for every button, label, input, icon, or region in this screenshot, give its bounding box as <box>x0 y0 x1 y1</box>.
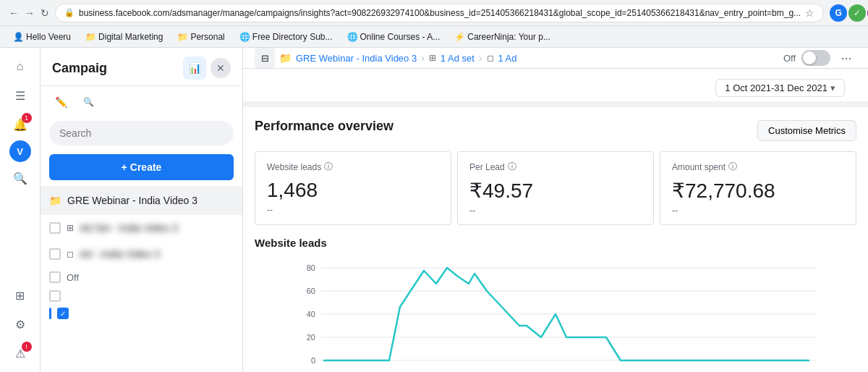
metric-amount-spent: Amount spent ⓘ ₹72,770.68 -- <box>660 151 856 225</box>
bookmark-label: Digital Marketing <box>98 32 163 42</box>
star-icon[interactable]: ☆ <box>805 7 814 19</box>
header-controls: Off ··· <box>783 48 856 68</box>
bookmark-label: Hello Veeru <box>26 32 71 42</box>
metric-per-lead: Per Lead ⓘ ₹49.57 -- <box>457 151 654 225</box>
ad-square-icon: ◻ <box>67 249 74 259</box>
settings-nav-btn[interactable]: ⚙ <box>7 311 33 337</box>
checked-checkbox[interactable] <box>57 308 69 319</box>
bookmark-personal[interactable]: 📁 Personal <box>173 30 229 43</box>
bookmark-label: CareerNinja: Your p... <box>467 32 550 42</box>
sidebar-tab-chart[interactable]: 📊 <box>183 56 206 80</box>
chevron-down-icon: ▾ <box>830 83 835 93</box>
toggle-thumb <box>803 51 816 64</box>
toggle-off-label: Off <box>783 53 796 64</box>
breadcrumb-sep-1: 📁 <box>279 52 292 64</box>
ad-label: Ad - India Video 3 <box>80 248 210 260</box>
chart-title: Website leads <box>255 237 856 249</box>
svg-text:60: 60 <box>307 287 315 295</box>
bookmark-hello-veeru[interactable]: 👤 Hello Veeru <box>9 30 75 43</box>
folder-icon: 📁 <box>177 32 188 42</box>
off-checkbox[interactable] <box>49 271 61 283</box>
create-button[interactable]: + Create <box>49 154 234 180</box>
sidebar-search-input[interactable] <box>49 121 234 145</box>
adset-grid-icon: ⊞ <box>67 223 74 233</box>
bookmark-careerninja[interactable]: ⚡ CareerNinja: Your p... <box>450 30 555 43</box>
breadcrumb-chevron-1: › <box>421 52 425 64</box>
adset-grid-icon: ⊞ <box>429 53 436 63</box>
sidebar-search-area <box>41 118 242 151</box>
sidebar-icon-tabs: ✏️ 🔍 <box>41 86 242 118</box>
search-icon: 🔍 <box>13 172 27 185</box>
metric-value-3: ₹72,770.68 <box>672 179 844 203</box>
user-avatar[interactable]: V <box>9 140 31 162</box>
url-text: business.facebook.com/adsmanager/manage/… <box>79 8 801 18</box>
home-nav-btn[interactable]: ⌂ <box>7 54 33 80</box>
svg-text:80: 80 <box>307 263 315 272</box>
adset-checkbox[interactable] <box>49 222 61 234</box>
forward-button[interactable]: → <box>25 4 35 22</box>
sidebar-title: Campaig <box>52 61 107 76</box>
blank-row-1 <box>41 287 242 305</box>
off-row: Off <box>41 267 242 287</box>
customize-metrics-button[interactable]: Customise Metrics <box>757 120 856 141</box>
chart-icon: 📊 <box>189 62 201 74</box>
campaigns-icon: ☰ <box>15 89 25 103</box>
chrome-ext-2: ✓ <box>848 4 866 22</box>
main-header: ⊟ 📁 GRE Webinar - India Video 3 › ⊞ 1 Ad… <box>243 48 868 69</box>
bookmark-online-courses[interactable]: 🌐 Online Courses - A... <box>343 30 445 43</box>
campaigns-nav-btn[interactable]: ☰ <box>7 83 33 109</box>
performance-section: Performance overview Customise Metrics W… <box>243 107 868 372</box>
sidebar-tab-search-sub[interactable]: 🔍 <box>77 90 100 114</box>
off-status-label: Off <box>67 272 79 283</box>
more-options-button[interactable]: ··· <box>836 48 856 68</box>
line-chart: 80 60 40 20 0 1 Oct 11 Oct 21 Oct 31 Oct… <box>255 261 856 372</box>
blank-checkbox-1[interactable] <box>49 290 61 302</box>
bookmark-label: Personal <box>190 32 224 42</box>
grid-view-btn[interactable]: ⊞ <box>7 282 33 308</box>
adset-label: Ad Set - India Video 3 <box>80 222 210 234</box>
metric-label-2: Per Lead ⓘ <box>469 161 642 173</box>
perf-title: Performance overview <box>255 119 393 134</box>
svg-text:20: 20 <box>307 333 315 342</box>
bookmark-digital-marketing[interactable]: 📁 Digital Marketing <box>81 30 167 43</box>
info-icon-3[interactable]: ⓘ <box>728 161 737 173</box>
lock-icon: 🔒 <box>64 8 75 17</box>
browser-chrome: ← → ↻ 🔒 business.facebook.com/adsmanager… <box>0 0 868 26</box>
metric-website-leads: Website leads ⓘ 1,468 -- <box>255 151 451 225</box>
ad-checkbox[interactable] <box>49 248 61 260</box>
bookmark-label: Free Directory Sub... <box>252 32 333 42</box>
adset-row[interactable]: ⊞ Ad Set - India Video 3 ··· <box>41 215 242 241</box>
create-label: Create <box>130 161 162 173</box>
back-button[interactable]: ← <box>9 4 19 22</box>
reload-button[interactable]: ↻ <box>41 4 49 22</box>
alert-badge: ! <box>22 342 32 352</box>
metric-value-2: ₹49.57 <box>469 179 642 203</box>
bookmark-free-directory[interactable]: 🌐 Free Directory Sub... <box>235 30 337 43</box>
info-icon-1[interactable]: ⓘ <box>324 161 333 173</box>
campaign-item[interactable]: 📁 GRE Webinar - India Video 3 ··· <box>41 186 242 215</box>
toggle-switch[interactable] <box>801 50 830 66</box>
globe-icon: 🌐 <box>347 32 358 42</box>
sidebar-tab-edit[interactable]: ✏️ <box>49 90 72 114</box>
info-icon-2[interactable]: ⓘ <box>508 161 516 173</box>
breadcrumb-ad[interactable]: 1 Ad <box>498 53 517 64</box>
notifications-nav-btn[interactable]: 🔔 1 <box>7 111 33 138</box>
ad-row[interactable]: ◻ Ad - India Video 3 ··· <box>41 241 242 267</box>
breadcrumb: ⊟ 📁 GRE Webinar - India Video 3 › ⊞ 1 Ad… <box>255 48 517 68</box>
metric-value-1: 1,468 <box>267 179 439 202</box>
sidebar-close-button[interactable]: ✕ <box>210 58 231 78</box>
chart-section: Website leads 80 60 40 20 0 <box>255 237 856 372</box>
address-bar[interactable]: 🔒 business.facebook.com/adsmanager/manag… <box>55 4 824 22</box>
date-range-selector[interactable]: 1 Oct 2021-31 Dec 2021 ▾ <box>715 79 845 97</box>
breadcrumb-adset[interactable]: 1 Ad set <box>441 53 475 64</box>
search-nav-btn[interactable]: 🔍 <box>7 165 33 191</box>
date-range-text: 1 Oct 2021-31 Dec 2021 <box>725 83 827 93</box>
breadcrumb-campaign[interactable]: GRE Webinar - India Video 3 <box>296 53 417 64</box>
app-layout: ⌂ ☰ 🔔 1 V 🔍 ⊞ ⚙ ⚠ ! Campaig � <box>0 48 868 372</box>
metric-label-text-2: Per Lead <box>469 162 505 172</box>
bookmark-label: Online Courses - A... <box>360 32 441 42</box>
campaign-grid-icon[interactable]: ⊟ <box>255 48 275 68</box>
chrome-ext-1: G <box>830 4 847 22</box>
alerts-nav-btn[interactable]: ⚠ ! <box>7 340 33 366</box>
metric-comparison-1: -- <box>267 205 439 215</box>
